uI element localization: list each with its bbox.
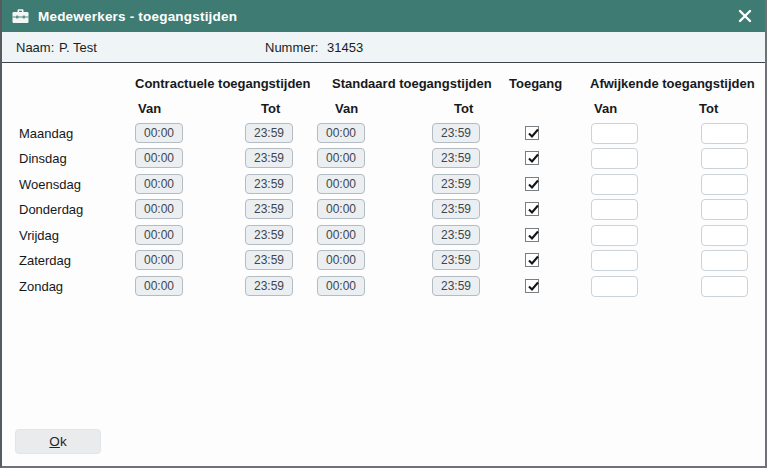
day-label: Maandag bbox=[19, 123, 73, 144]
table-row: Vrijdag bbox=[2, 225, 765, 246]
c-van-field[interactable] bbox=[135, 199, 183, 219]
subheader-tot-contractual: Tot bbox=[261, 101, 280, 116]
access-checkbox[interactable] bbox=[525, 151, 539, 165]
a-tot-field[interactable] bbox=[701, 276, 748, 297]
briefcase-icon bbox=[12, 9, 29, 24]
subheader-tot-standard: Tot bbox=[454, 101, 473, 116]
a-van-field[interactable] bbox=[591, 225, 638, 246]
access-checkbox[interactable] bbox=[525, 177, 539, 191]
a-tot-field[interactable] bbox=[701, 250, 748, 271]
subheader-van-deviating: Van bbox=[594, 101, 617, 116]
a-van-field[interactable] bbox=[591, 148, 638, 169]
table-row: Zondag bbox=[2, 276, 765, 297]
s-tot-field[interactable] bbox=[432, 225, 480, 245]
access-checkbox[interactable] bbox=[525, 126, 539, 140]
c-van-field[interactable] bbox=[135, 123, 183, 143]
access-checkbox[interactable] bbox=[525, 253, 539, 267]
c-tot-field[interactable] bbox=[245, 123, 293, 143]
access-checkbox[interactable] bbox=[525, 228, 539, 242]
a-van-field[interactable] bbox=[591, 250, 638, 271]
name-value: P. Test bbox=[59, 40, 97, 55]
s-tot-field[interactable] bbox=[432, 123, 480, 143]
a-van-field[interactable] bbox=[591, 276, 638, 297]
s-van-field[interactable] bbox=[317, 276, 365, 296]
day-label: Dinsdag bbox=[19, 148, 67, 169]
c-tot-field[interactable] bbox=[245, 225, 293, 245]
table-row: Woensdag bbox=[2, 174, 765, 195]
table-row: Zaterdag bbox=[2, 250, 765, 271]
table-row: Donderdag bbox=[2, 199, 765, 220]
c-van-field[interactable] bbox=[135, 225, 183, 245]
s-van-field[interactable] bbox=[317, 174, 365, 194]
a-van-field[interactable] bbox=[591, 199, 638, 220]
day-label: Woensdag bbox=[19, 174, 81, 195]
dialog-medewerkers-toegangstijden: Medewerkers - toegangstijden Naam: P. Te… bbox=[0, 0, 767, 468]
header-access: Toegang bbox=[509, 76, 562, 91]
a-tot-field[interactable] bbox=[701, 148, 748, 169]
c-tot-field[interactable] bbox=[245, 148, 293, 168]
a-tot-field[interactable] bbox=[701, 174, 748, 195]
close-icon[interactable] bbox=[735, 7, 755, 25]
number-value: 31453 bbox=[327, 40, 363, 55]
s-van-field[interactable] bbox=[317, 250, 365, 270]
c-tot-field[interactable] bbox=[245, 199, 293, 219]
a-tot-field[interactable] bbox=[701, 123, 748, 144]
s-van-field[interactable] bbox=[317, 225, 365, 245]
a-tot-field[interactable] bbox=[701, 199, 748, 220]
s-tot-field[interactable] bbox=[432, 199, 480, 219]
day-label: Donderdag bbox=[19, 199, 83, 220]
c-tot-field[interactable] bbox=[245, 250, 293, 270]
info-bar: Naam: P. Test Nummer: 31453 bbox=[2, 32, 765, 63]
day-label: Vrijdag bbox=[19, 225, 59, 246]
titlebar: Medewerkers - toegangstijden bbox=[0, 0, 767, 32]
a-van-field[interactable] bbox=[591, 174, 638, 195]
c-van-field[interactable] bbox=[135, 250, 183, 270]
s-van-field[interactable] bbox=[317, 148, 365, 168]
header-deviating: Afwijkende toegangstijden bbox=[590, 76, 755, 91]
s-tot-field[interactable] bbox=[432, 174, 480, 194]
name-label: Naam: bbox=[16, 40, 54, 55]
c-van-field[interactable] bbox=[135, 148, 183, 168]
c-van-field[interactable] bbox=[135, 174, 183, 194]
window-title: Medewerkers - toegangstijden bbox=[38, 9, 237, 24]
c-tot-field[interactable] bbox=[245, 276, 293, 296]
s-van-field[interactable] bbox=[317, 199, 365, 219]
day-label: Zaterdag bbox=[19, 250, 71, 271]
ok-button[interactable]: Ok bbox=[15, 429, 101, 454]
day-label: Zondag bbox=[19, 276, 63, 297]
header-contractual: Contractuele toegangstijden bbox=[135, 76, 311, 91]
s-tot-field[interactable] bbox=[432, 276, 480, 296]
access-times-table: Contractuele toegangstijden Standaard to… bbox=[2, 64, 765, 466]
header-standard: Standaard toegangstijden bbox=[332, 76, 492, 91]
table-row: Dinsdag bbox=[2, 148, 765, 169]
a-tot-field[interactable] bbox=[701, 225, 748, 246]
subheader-tot-deviating: Tot bbox=[699, 101, 718, 116]
access-checkbox[interactable] bbox=[525, 202, 539, 216]
c-tot-field[interactable] bbox=[245, 174, 293, 194]
access-checkbox[interactable] bbox=[525, 279, 539, 293]
subheader-van-standard: Van bbox=[335, 101, 358, 116]
subheader-van-contractual: Van bbox=[138, 101, 161, 116]
s-tot-field[interactable] bbox=[432, 148, 480, 168]
a-van-field[interactable] bbox=[591, 123, 638, 144]
number-label: Nummer: bbox=[265, 40, 318, 55]
s-van-field[interactable] bbox=[317, 123, 365, 143]
c-van-field[interactable] bbox=[135, 276, 183, 296]
s-tot-field[interactable] bbox=[432, 250, 480, 270]
table-row: Maandag bbox=[2, 123, 765, 144]
